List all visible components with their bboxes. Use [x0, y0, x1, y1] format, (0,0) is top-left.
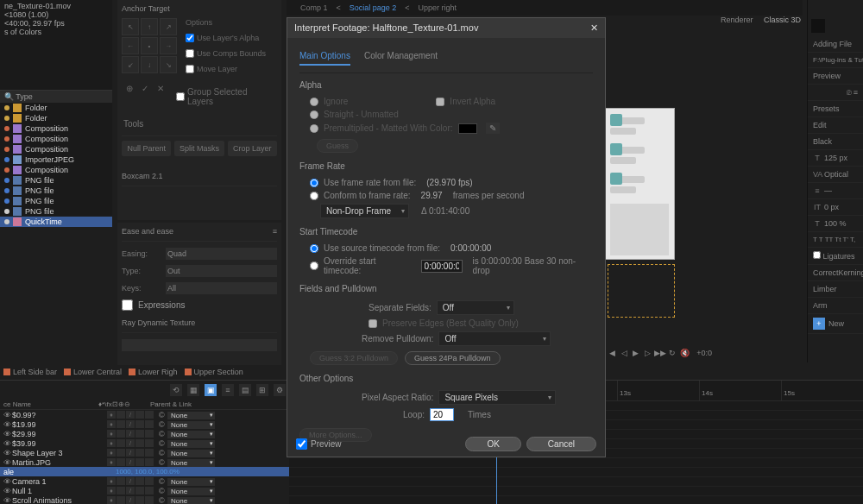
- expressions-check[interactable]: [122, 299, 133, 311]
- layer-row[interactable]: 👁Null 1♦/©None: [0, 486, 289, 495]
- par-select[interactable]: Square Pixels: [438, 390, 556, 405]
- visibility-icon[interactable]: 👁: [3, 430, 12, 438]
- tab-color-management[interactable]: Color Management: [364, 51, 438, 66]
- anchor-tl[interactable]: ↖: [122, 18, 139, 35]
- transport-next[interactable]: ▶▶: [655, 348, 665, 358]
- tool-2[interactable]: ▦: [187, 384, 199, 396]
- tool-4[interactable]: ≡: [222, 384, 234, 396]
- project-item[interactable]: Composition: [0, 165, 112, 175]
- layer-row[interactable]: 👁$0.99?♦/©None: [0, 410, 289, 419]
- project-item[interactable]: Folder: [0, 103, 112, 113]
- project-item[interactable]: Composition: [0, 123, 112, 134]
- parent-link-icon[interactable]: ©: [159, 487, 167, 495]
- anchor-br[interactable]: ↘: [160, 56, 177, 73]
- tool-5[interactable]: ▤: [239, 384, 251, 396]
- visibility-icon[interactable]: 👁: [3, 496, 12, 505]
- parent-select[interactable]: None: [167, 478, 215, 486]
- fr-conform-value[interactable]: 29.97: [421, 191, 443, 200]
- parent-link-icon[interactable]: ©: [159, 420, 167, 429]
- px0-val[interactable]: 0 px: [824, 203, 839, 211]
- color-fill-swatch[interactable]: [811, 19, 825, 33]
- tool-7[interactable]: ⚙: [274, 384, 286, 396]
- project-item[interactable]: Composition: [0, 144, 112, 154]
- parent-link-icon[interactable]: ©: [159, 449, 167, 457]
- sep-fields-select[interactable]: Off: [437, 300, 514, 315]
- none-val[interactable]: —: [824, 186, 832, 195]
- project-filter[interactable]: 🔍 Type: [0, 90, 112, 103]
- cancel-button[interactable]: Cancel: [526, 437, 596, 451]
- crop-layer-button[interactable]: Crop Layer: [228, 141, 277, 156]
- parent-select[interactable]: None: [167, 421, 215, 429]
- track-row[interactable]: [289, 487, 863, 496]
- transport-loop[interactable]: ↻: [669, 348, 677, 358]
- track-row[interactable]: [289, 477, 863, 487]
- timeline-tab[interactable]: Lower Central: [64, 367, 122, 377]
- limber-label[interactable]: Limber: [808, 281, 863, 298]
- tool-3[interactable]: ▣: [205, 384, 217, 396]
- layer-row[interactable]: 👁$39.99♦/©None: [0, 438, 289, 448]
- project-item[interactable]: Folder: [0, 113, 112, 123]
- tc-source-radio[interactable]: [310, 244, 318, 253]
- visibility-icon[interactable]: 👁: [3, 458, 12, 467]
- layer-row[interactable]: 👁$19.99♦/©None: [0, 419, 289, 429]
- anchor-apply-icon[interactable]: ✓: [142, 84, 148, 110]
- anchor-b[interactable]: ↓: [141, 56, 158, 73]
- layer-row[interactable]: 👁Scroll Animations♦/©None: [0, 495, 289, 504]
- tool-1[interactable]: ⟲: [170, 384, 182, 396]
- parent-link-icon[interactable]: ©: [159, 439, 167, 448]
- anchor-r[interactable]: →: [160, 37, 177, 54]
- alpha-color-swatch[interactable]: [458, 123, 477, 134]
- parent-link-icon[interactable]: ©: [159, 458, 167, 467]
- close-icon[interactable]: ✕: [590, 22, 598, 34]
- optical-val[interactable]: Optical: [824, 170, 848, 179]
- project-item[interactable]: ImporterJPEG: [0, 154, 112, 165]
- ray-select[interactable]: [122, 339, 277, 351]
- tc-override-radio[interactable]: [310, 261, 318, 270]
- new-icon[interactable]: +: [813, 318, 825, 330]
- fr-conform-radio[interactable]: [310, 192, 318, 200]
- preview-check[interactable]: [296, 438, 307, 450]
- timeline-tab[interactable]: Lower Righ: [129, 367, 178, 377]
- split-masks-button[interactable]: Split Masks: [174, 141, 224, 156]
- use-comps-bounds-check[interactable]: [186, 49, 194, 58]
- transport-prev[interactable]: ◀: [608, 348, 616, 358]
- visibility-icon[interactable]: 👁: [3, 477, 12, 486]
- preview-panel-label[interactable]: Preview: [808, 68, 863, 85]
- project-item[interactable]: PNG file: [0, 196, 112, 206]
- type-select[interactable]: Out: [166, 265, 277, 277]
- track-row[interactable]: [289, 468, 863, 477]
- parent-link-icon[interactable]: ©: [159, 496, 167, 505]
- track-row[interactable]: [289, 458, 863, 468]
- renderer-value[interactable]: Classic 3D: [764, 16, 801, 24]
- parent-select[interactable]: None: [167, 450, 215, 457]
- parent-link-icon[interactable]: ©: [159, 411, 167, 419]
- parent-select[interactable]: None: [167, 497, 215, 505]
- preview-controls[interactable]: ⎚ ≡: [808, 85, 863, 101]
- parent-link-icon[interactable]: ©: [159, 430, 167, 438]
- tc-override-input[interactable]: [421, 260, 463, 273]
- anchor-tool-icon[interactable]: ⊕: [126, 84, 133, 110]
- project-item[interactable]: PNG file: [0, 186, 112, 196]
- correct-kerning-label[interactable]: CorrectKerning: [808, 265, 863, 281]
- transport-step-fwd[interactable]: ▷: [643, 348, 651, 358]
- black-label[interactable]: Black: [813, 137, 832, 146]
- drop-frame-select[interactable]: Non-Drop Frame: [320, 204, 409, 218]
- anchor-t[interactable]: ↑: [141, 18, 158, 35]
- anchor-bl[interactable]: ↙: [122, 56, 139, 73]
- visibility-icon[interactable]: 👁: [3, 449, 12, 457]
- anchor-tr[interactable]: ↗: [160, 18, 177, 35]
- layer-row[interactable]: 👁$29.99♦/©None: [0, 429, 289, 438]
- parent-select[interactable]: None: [167, 431, 215, 438]
- remove-pulldown-select[interactable]: Off: [438, 331, 551, 346]
- transform-value[interactable]: 1000, 100.0, 100.0%: [98, 468, 180, 476]
- visibility-icon[interactable]: 👁: [3, 439, 12, 448]
- parent-select[interactable]: None: [167, 488, 215, 495]
- arm-label[interactable]: Arm: [813, 301, 828, 310]
- visibility-icon[interactable]: 👁: [3, 411, 12, 419]
- anchor-c[interactable]: •: [141, 37, 158, 54]
- visibility-icon[interactable]: 👁: [3, 487, 12, 495]
- tool-6[interactable]: ⊞: [256, 384, 268, 396]
- transport-mute[interactable]: 🔇: [680, 348, 690, 358]
- use-layers-alpha-check[interactable]: [186, 34, 194, 42]
- parent-select[interactable]: None: [167, 440, 215, 448]
